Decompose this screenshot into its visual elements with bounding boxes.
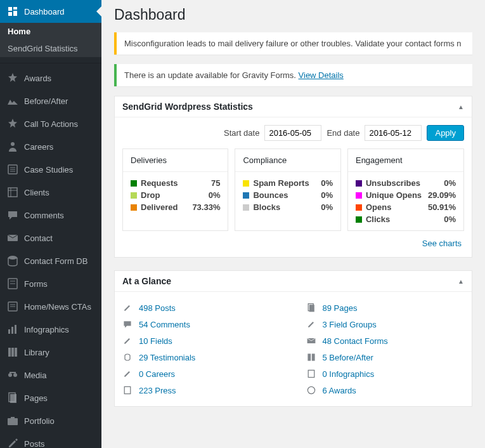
svg-point-32 [307,386,314,393]
glance-item: 5 Before/After [306,349,465,366]
deliveries-box: Deliveries Requests75Drop0%Delivered73.3… [122,148,228,231]
glance-item: 223 Press [122,382,281,399]
glance-link[interactable]: 223 Press [139,386,176,395]
contact-form-db-icon [6,254,19,267]
glance-column-left: 498 Posts54 Comments10 Fields29 Testimon… [122,300,281,399]
stat-label: Opens [366,202,428,212]
infographics-icon [6,323,19,336]
glance-item: 29 Testimonials [122,349,281,366]
glance-link[interactable]: 5 Before/After [323,353,373,362]
stat-value: 29.09% [428,190,456,200]
sidebar-item-forms[interactable]: Forms [0,272,101,295]
sidebar-item-library[interactable]: Library [0,341,101,364]
sidebar-label: Portfolio [24,416,55,426]
case-studies-icon [6,163,19,176]
sidebar-item-comments[interactable]: Comments [0,204,101,227]
glance-item: 3 Field Groups [306,316,465,333]
glance-link[interactable]: 54 Comments [139,320,190,329]
glance-link[interactable]: 3 Field Groups [323,320,377,329]
admin-sidebar: Dashboard Home SendGrid Statistics Award… [0,0,101,448]
glance-item: 6 Awards [306,382,465,399]
color-swatch [131,204,137,211]
glance-icon [306,319,319,329]
glance-link[interactable]: 0 Infographics [323,369,375,379]
panel-toggle-icon[interactable]: ▲ [458,103,464,110]
sidebar-label: Before/After [24,96,68,106]
glance-link[interactable]: 6 Awards [323,386,356,395]
main-content: Dashboard Misconfiguration leads to mail… [101,0,485,448]
sidebar-item-posts[interactable]: Posts [0,432,101,448]
glance-link[interactable]: 48 Contact Forms [323,336,388,346]
svg-rect-16 [8,348,11,357]
sidebar-item-portfolio[interactable]: Portfolio [0,409,101,432]
media-icon [6,369,19,381]
color-swatch [243,192,249,199]
glance-icon [306,303,319,313]
clients-icon [6,186,19,199]
engagement-box: Engagement Unsubscribes0%Unique Opens29.… [347,148,464,231]
glance-link[interactable]: 0 Careers [139,369,175,379]
sendgrid-panel: SendGrid Wordpress Statistics ▲ Start da… [114,96,472,258]
glance-icon [122,319,135,329]
sidebar-item-careers[interactable]: Careers [0,135,101,158]
color-swatch [356,204,362,211]
sidebar-sub-sendgrid[interactable]: SendGrid Statistics [0,40,101,57]
before-after-icon [6,95,19,107]
sidebar-item-media[interactable]: Media [0,364,101,386]
see-charts-link[interactable]: See charts [422,239,462,248]
glance-link[interactable]: 498 Posts [139,303,176,313]
sidebar-item-contact[interactable]: Contact [0,227,101,249]
glance-icon [122,303,135,313]
stat-line: Drop0% [131,189,220,201]
sidebar-item-before-after[interactable]: Before/After [0,89,101,112]
panel-toggle-icon[interactable]: ▲ [458,278,464,285]
start-date-input[interactable] [264,125,321,141]
svg-rect-21 [10,372,16,373]
notice-warning-text: Misconfiguration leads to mail delivery … [124,39,462,48]
sidebar-label: Posts [24,439,45,449]
sidebar-item-contact-form-db[interactable]: Contact Form DB [0,249,101,272]
sidebar-label: Dashboard [24,7,65,16]
stat-value: 50.91% [428,202,456,212]
sidebar-item-dashboard[interactable]: Dashboard [0,0,101,23]
sidebar-item-pages[interactable]: Pages [0,386,101,409]
glance-item: 0 Careers [122,366,281,382]
sidebar-item-clients[interactable]: Clients [0,181,101,204]
apply-button[interactable]: Apply [427,125,464,141]
svg-rect-27 [309,305,314,312]
glance-link[interactable]: 10 Fields [139,336,172,346]
sidebar-item-awards[interactable]: Awards [0,67,101,89]
sidebar-sub-home[interactable]: Home [0,23,101,40]
sidebar-label: Awards [24,74,51,83]
svg-rect-23 [10,394,16,403]
glance-link[interactable]: 29 Testimonials [139,353,195,362]
sidebar-item-call-to-actions[interactable]: Call To Actions [0,112,101,135]
end-date-input[interactable] [365,125,422,141]
pages-icon [6,392,19,404]
compliance-box: Compliance Spam Reports0%Bounces0%Blocks… [235,148,340,231]
sidebar-label: Home/News CTAs [24,302,91,312]
start-date-label: Start date [224,128,259,138]
stat-label: Clicks [366,214,444,224]
glance-icon [122,369,135,379]
home-news-ctas-icon [6,300,19,313]
end-date-label: End date [327,128,359,138]
sidebar-item-infographics[interactable]: Infographics [0,318,101,341]
glance-item: 10 Fields [122,333,281,349]
glance-icon [122,385,135,395]
sidebar-label: Comments [24,211,64,220]
glance-icon [306,369,319,379]
glance-icon [306,385,319,395]
svg-rect-31 [308,370,314,377]
glance-item: 89 Pages [306,300,465,316]
stat-value: 0% [321,178,333,188]
glance-item: 498 Posts [122,300,281,316]
sidebar-item-case-studies[interactable]: Case Studies [0,158,101,181]
engagement-title: Engagement [348,149,463,172]
sidebar-item-home-news-ctas[interactable]: Home/News CTAs [0,295,101,318]
stat-line: Blocks0% [243,201,332,213]
view-details-link[interactable]: View Details [299,70,344,80]
stat-label: Delivered [141,202,192,212]
glance-link[interactable]: 89 Pages [323,303,358,313]
forms-icon [6,277,19,290]
